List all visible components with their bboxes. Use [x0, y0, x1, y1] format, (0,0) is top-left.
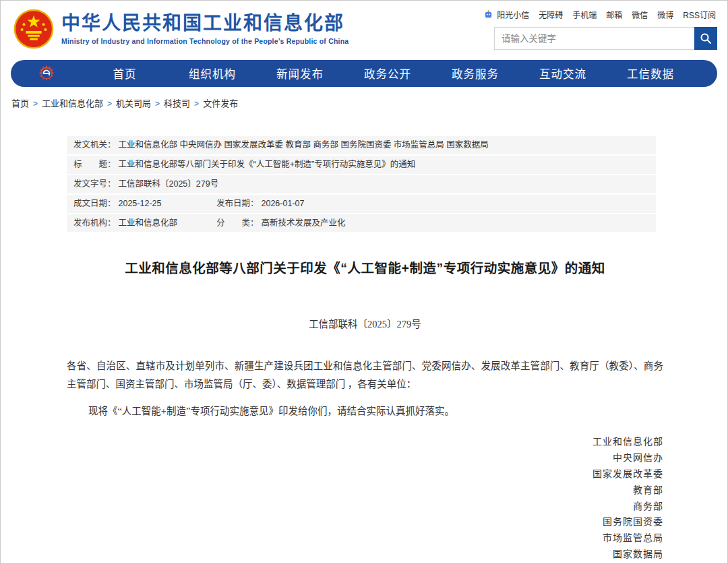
top-link-wechat[interactable]: 微信	[632, 9, 648, 20]
breadcrumb-home[interactable]: 首页	[11, 98, 29, 108]
meta-row-title: 标 题： 工业和信息化部等八部门关于印发《“人工智能+制造”专项行动实施意见》的…	[67, 156, 656, 174]
meta-row-issuing-agencies: 发文机关： 工业和信息化部 中央网信办 国家发展改革委 教育部 商务部 国务院国…	[67, 136, 656, 154]
paragraph-body: 现将《“人工智能+制造”专项行动实施意见》印发给你们，请结合实际认真抓好落实。	[67, 402, 663, 420]
meta-value: 2026-01-07	[262, 198, 305, 210]
meta-value: 2025-12-25	[119, 198, 162, 210]
signature-line: 市场监管总局	[67, 530, 663, 546]
meta-value: 工业和信息化部 中央网信办 国家发展改革委 教育部 商务部 国务院国资委 市场监…	[119, 139, 489, 151]
site-title-en: Ministry of Industry and Information Tec…	[61, 37, 348, 45]
meta-value: 工业和信息化部等八部门关于印发《“人工智能+制造”专项行动实施意见》的通知	[119, 159, 416, 170]
meta-label: 分 类：	[216, 218, 259, 229]
meta-value: 工业和信息化部	[119, 218, 178, 229]
national-emblem-icon	[13, 9, 55, 51]
meta-label: 发布日期：	[216, 198, 259, 210]
site-title-cn: 中华人民共和国工业和信息化部	[61, 13, 348, 34]
meta-label: 发文机关：	[73, 139, 116, 151]
mascot-icon	[483, 9, 493, 20]
search-button[interactable]	[694, 27, 717, 50]
document-content: 发文机关： 工业和信息化部 中央网信办 国家发展改革委 教育部 商务部 国务院国…	[1, 136, 727, 564]
header: 中华人民共和国工业和信息化部 Ministry of Industry and …	[1, 1, 727, 55]
meta-value: 工信部联科〔2025〕279号	[119, 179, 219, 190]
document-body: 各省、自治区、直辖市及计划单列市、新疆生产建设兵团工业和信息化主管部门、党委网信…	[67, 357, 663, 564]
nav-item-gov-info[interactable]: 政务公开	[344, 65, 431, 82]
document-meta-table: 发文机关： 工业和信息化部 中央网信办 国家发展改革委 教育部 商务部 国务院国…	[67, 136, 656, 232]
nav-item-news[interactable]: 新闻发布	[256, 65, 344, 82]
signature-line: 国家发展改革委	[67, 466, 663, 482]
signature-line: 中央网信办	[67, 450, 663, 466]
search-icon	[700, 32, 712, 44]
paragraph-addressee: 各省、自治区、直辖市及计划单列市、新疆生产建设兵团工业和信息化主管部门、党委网信…	[67, 357, 663, 394]
meta-label: 发布机构：	[73, 218, 116, 229]
top-link-mail[interactable]: 邮箱	[606, 9, 622, 20]
breadcrumb-separator: >	[107, 99, 112, 108]
site-titles: 中华人民共和国工业和信息化部 Ministry of Industry and …	[61, 7, 348, 45]
search-bar	[494, 27, 717, 50]
breadcrumb-miit[interactable]: 工业和信息化部	[42, 98, 103, 108]
meta-value: 高新技术发展及产业化	[262, 218, 346, 229]
nav-item-organization[interactable]: 组织机构	[169, 65, 256, 82]
breadcrumb-separator: >	[194, 99, 199, 108]
breadcrumb-departments[interactable]: 机关司局	[116, 98, 151, 108]
meta-row-doc-number: 发文字号： 工信部联科〔2025〕279号	[67, 175, 656, 193]
breadcrumb-separator: >	[155, 99, 160, 108]
top-link-sunshine[interactable]: 阳光小信	[497, 9, 529, 20]
signature-line: 工业和信息化部	[67, 434, 663, 450]
top-link-mobile[interactable]: 手机端	[572, 9, 597, 20]
site-brand: 中华人民共和国工业和信息化部 Ministry of Industry and …	[13, 7, 348, 51]
meta-row-dates: 成文日期： 2025-12-25 发布日期： 2026-01-07	[67, 195, 656, 213]
miit-logo-icon	[38, 65, 55, 82]
signature-line: 国务院国资委	[67, 514, 663, 530]
meta-label: 标 题：	[73, 159, 116, 170]
signature-line: 商务部	[67, 499, 663, 515]
document-number: 工信部联科〔2025〕279号	[67, 316, 663, 330]
search-input[interactable]	[494, 27, 694, 50]
breadcrumb-separator: >	[33, 99, 38, 108]
nav-item-miit-data[interactable]: 工信数据	[607, 65, 694, 82]
nav-item-home[interactable]: 首页	[81, 65, 169, 82]
document-title: 工业和信息化部等八部门关于印发《“人工智能+制造”专项行动实施意见》的通知	[67, 257, 663, 277]
signature-line: 国家数据局	[67, 546, 663, 563]
meta-row-publisher-category: 发布机构： 工业和信息化部 分 类： 高新技术发展及产业化	[67, 214, 656, 232]
top-link-rss[interactable]: RSS订阅	[683, 9, 716, 20]
header-right: 阳光小信 无障碍 手机端 邮箱 微信 微博 RSS订阅	[483, 7, 717, 51]
signature-line: 教育部	[67, 482, 663, 499]
breadcrumb: 首页>工业和信息化部>机关司局>科技司>文件发布	[1, 87, 727, 109]
page: 中华人民共和国工业和信息化部 Ministry of Industry and …	[0, 0, 728, 564]
nav-item-gov-services[interactable]: 政务服务	[431, 65, 519, 82]
breadcrumb-science-tech[interactable]: 科技司	[164, 98, 190, 108]
meta-label: 发文字号：	[73, 179, 116, 190]
main-nav: 首页 组织机构 新闻发布 政务公开 政务服务 互动交流 工信数据	[11, 60, 717, 87]
signature-block: 工业和信息化部 中央网信办 国家发展改革委 教育部 商务部 国务院国资委 市场监…	[67, 434, 663, 564]
top-link-weibo[interactable]: 微博	[657, 9, 673, 20]
breadcrumb-document-release[interactable]: 文件发布	[203, 98, 238, 108]
top-links: 阳光小信 无障碍 手机端 邮箱 微信 微博 RSS订阅	[483, 9, 716, 20]
meta-label: 成文日期：	[73, 198, 116, 210]
top-link-accessibility[interactable]: 无障碍	[539, 9, 563, 20]
nav-item-interaction[interactable]: 互动交流	[519, 65, 607, 82]
